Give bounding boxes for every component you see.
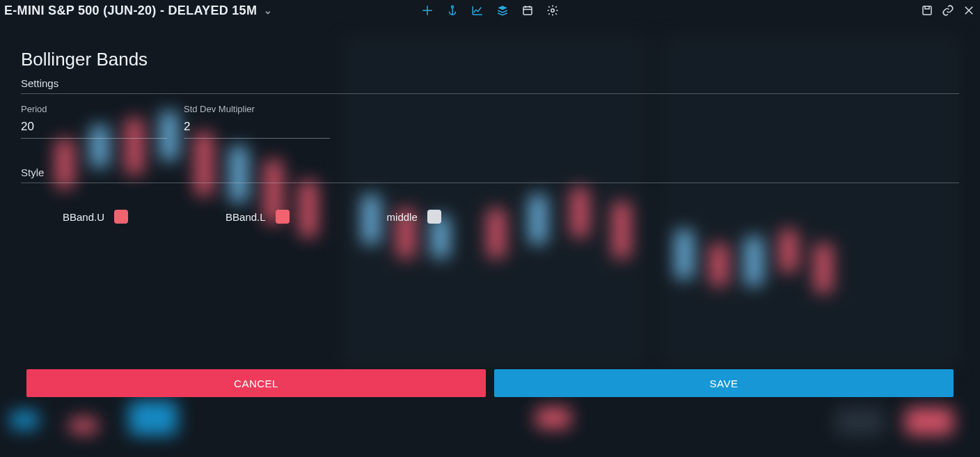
svg-rect-1: [523, 7, 532, 15]
stddev-input[interactable]: [184, 118, 330, 139]
instrument-title[interactable]: E-MINI S&P 500 (JUN-20) - DELAYED 15M ⌄: [4, 3, 273, 18]
save-layout-icon[interactable]: [920, 3, 934, 17]
stddev-label: Std Dev Multiplier: [184, 104, 330, 114]
style-upper-label: BBand.U: [63, 211, 104, 223]
modal-actions: CANCEL SAVE: [26, 369, 954, 397]
instrument-title-text: E-MINI S&P 500 (JUN-20) - DELAYED 15M: [4, 3, 257, 18]
period-input[interactable]: [21, 118, 167, 139]
style-lower-label: BBand.L: [226, 211, 266, 223]
style-upper-swatch[interactable]: [114, 210, 128, 224]
svg-rect-3: [923, 6, 931, 15]
period-field: Period: [21, 104, 167, 139]
style-lower: BBand.L: [226, 210, 290, 224]
settings-fields: Period Std Dev Multiplier: [21, 104, 959, 139]
layers-icon[interactable]: [496, 3, 509, 17]
modal-title: Bollinger Bands: [21, 49, 959, 70]
chart-toolbar-center: [420, 3, 560, 17]
style-lower-swatch[interactable]: [276, 210, 290, 224]
save-button[interactable]: SAVE: [494, 369, 954, 397]
style-section-label: Style: [21, 166, 959, 183]
chart-toolbar-right: [920, 3, 976, 17]
app-header: E-MINI S&P 500 (JUN-20) - DELAYED 15M ⌄: [0, 0, 980, 21]
indicator-settings-modal: Bollinger Bands Settings Period Std Dev …: [0, 21, 980, 224]
style-middle-swatch[interactable]: [427, 210, 441, 224]
period-label: Period: [21, 104, 167, 114]
close-icon[interactable]: [962, 3, 976, 17]
svg-point-0: [452, 6, 454, 8]
crosshair-icon[interactable]: [420, 3, 434, 17]
style-upper: BBand.U: [63, 210, 128, 224]
link-icon[interactable]: [941, 3, 955, 17]
line-chart-icon[interactable]: [471, 3, 484, 17]
gear-icon[interactable]: [546, 3, 560, 17]
stddev-field: Std Dev Multiplier: [184, 104, 330, 139]
calendar-icon[interactable]: [521, 3, 535, 17]
settings-section-label: Settings: [21, 77, 959, 94]
anchor-icon[interactable]: [445, 3, 459, 17]
chevron-down-icon: ⌄: [264, 5, 272, 16]
style-options: BBand.U BBand.L middle: [21, 193, 959, 224]
style-middle-label: middle: [387, 211, 418, 223]
cancel-button[interactable]: CANCEL: [26, 369, 486, 397]
svg-point-2: [551, 9, 555, 13]
style-middle: middle: [387, 210, 441, 224]
